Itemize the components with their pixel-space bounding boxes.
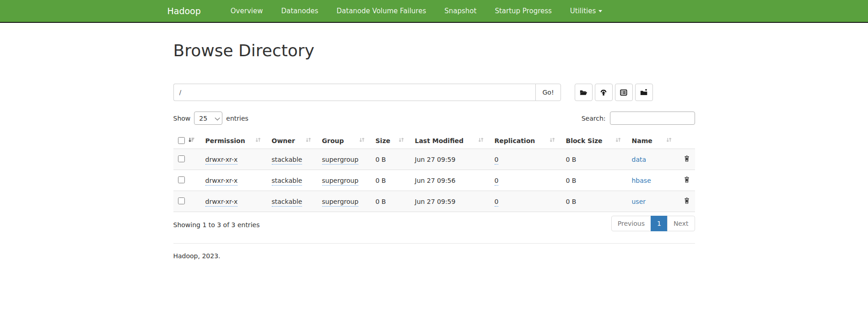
sort-icon: [255, 137, 261, 144]
pagination-next[interactable]: Next: [668, 216, 695, 231]
size-cell: 0 B: [376, 156, 386, 163]
dir-name-link[interactable]: user: [632, 198, 646, 205]
table-footer: Showing 1 to 3 of 3 entries Previous 1 N…: [173, 216, 695, 231]
block-size-cell: 0 B: [566, 177, 577, 184]
col-name[interactable]: Name: [625, 133, 676, 149]
nav-utilities-dropdown[interactable]: Utilities: [561, 0, 611, 22]
trash-icon: [684, 157, 690, 164]
page-size-select-wrap: 25: [194, 112, 222, 125]
navbar-brand[interactable]: Hadoop: [167, 0, 202, 22]
col-replication[interactable]: Replication: [488, 133, 559, 149]
folder-open-button[interactable]: [575, 84, 593, 101]
table-row: drwxr-xr-x stackable supergroup 0 B Jun …: [173, 191, 695, 212]
nav-datanode-volume-failures[interactable]: Datanode Volume Failures: [328, 0, 436, 22]
pagination: Previous 1 Next: [611, 216, 695, 231]
navbar: Hadoop Overview Datanodes Datanode Volum…: [0, 0, 868, 23]
show-label: Show: [173, 115, 191, 122]
table-search-control: Search:: [582, 112, 695, 125]
nav-overview[interactable]: Overview: [221, 0, 272, 22]
search-label: Search:: [582, 115, 606, 122]
dir-name-link[interactable]: data: [632, 156, 647, 163]
footer-divider: [173, 243, 695, 244]
col-replication-label: Replication: [495, 137, 535, 144]
col-size[interactable]: Size: [369, 133, 408, 149]
entries-label: entries: [226, 115, 248, 122]
col-owner-label: Owner: [272, 137, 295, 144]
col-last-modified[interactable]: Last Modified: [408, 133, 488, 149]
page-length-control: Show 25 entries: [173, 112, 248, 125]
group-cell[interactable]: supergroup: [322, 198, 359, 207]
col-permission[interactable]: Permission: [199, 133, 265, 149]
nav-datanodes[interactable]: Datanodes: [272, 0, 327, 22]
delete-button[interactable]: [684, 155, 690, 164]
permission-cell[interactable]: drwxr-xr-x: [205, 156, 238, 165]
col-name-label: Name: [632, 137, 652, 144]
pagination-page-1[interactable]: 1: [651, 216, 668, 231]
last-modified-cell: Jun 27 09:56: [415, 177, 456, 184]
select-all-header[interactable]: [173, 133, 199, 149]
upload-button[interactable]: [595, 84, 613, 101]
directory-table: Permission Owner Group Size Last Modifie…: [173, 133, 695, 212]
sort-icon: [305, 137, 312, 144]
page-title: Browse Directory: [173, 41, 695, 60]
last-modified-cell: Jun 27 09:59: [415, 156, 456, 163]
nav-startup-progress[interactable]: Startup Progress: [485, 0, 561, 22]
trash-icon: [684, 199, 690, 206]
chevron-down-icon: [598, 10, 602, 12]
permission-cell[interactable]: drwxr-xr-x: [205, 177, 238, 186]
sort-icon: [549, 137, 555, 144]
row-checkbox[interactable]: [178, 155, 185, 162]
sort-icon: [666, 137, 672, 144]
sort-icon: [398, 137, 404, 144]
group-cell[interactable]: supergroup: [322, 177, 359, 186]
upload-icon: [600, 89, 607, 96]
row-checkbox[interactable]: [178, 176, 185, 183]
owner-cell[interactable]: stackable: [272, 177, 302, 186]
search-input[interactable]: [610, 112, 695, 125]
col-group-label: Group: [322, 137, 344, 144]
col-group[interactable]: Group: [315, 133, 369, 149]
path-input-group: Go!: [173, 84, 561, 101]
block-size-cell: 0 B: [566, 156, 577, 163]
replication-cell[interactable]: 0: [495, 177, 499, 186]
table-row: drwxr-xr-x stackable supergroup 0 B Jun …: [173, 149, 695, 170]
page-size-select[interactable]: 25: [194, 112, 222, 125]
col-size-label: Size: [376, 137, 391, 144]
dir-name-link[interactable]: hbase: [632, 177, 651, 184]
permission-cell[interactable]: drwxr-xr-x: [205, 198, 238, 207]
sort-icon: [615, 137, 621, 144]
sort-icon: [478, 137, 484, 144]
list-alt-button[interactable]: [615, 84, 633, 101]
replication-cell[interactable]: 0: [495, 198, 499, 207]
footer-text: Hadoop, 2023.: [173, 252, 695, 260]
group-cell[interactable]: supergroup: [322, 156, 359, 165]
nav-utilities-label: Utilities: [570, 7, 596, 15]
owner-cell[interactable]: stackable: [272, 198, 302, 207]
navbar-menu: Overview Datanodes Datanode Volume Failu…: [221, 0, 612, 22]
list-alt-icon: [620, 89, 627, 96]
sort-amount-asc-icon: [188, 137, 195, 144]
row-checkbox[interactable]: [178, 197, 185, 204]
pagination-previous[interactable]: Previous: [611, 216, 651, 231]
delete-button[interactable]: [684, 197, 690, 206]
folder-move-button[interactable]: [635, 84, 653, 101]
go-button[interactable]: Go!: [535, 84, 561, 101]
path-input[interactable]: [173, 84, 536, 101]
entries-info: Showing 1 to 3 of 3 entries: [173, 216, 260, 229]
nav-snapshot[interactable]: Snapshot: [435, 0, 485, 22]
folder-move-icon: [640, 89, 648, 96]
folder-open-icon: [580, 89, 588, 96]
select-all-checkbox[interactable]: [178, 137, 185, 144]
table-row: drwxr-xr-x stackable supergroup 0 B Jun …: [173, 170, 695, 191]
replication-cell[interactable]: 0: [495, 156, 499, 165]
last-modified-cell: Jun 27 09:59: [415, 198, 456, 205]
table-controls: Show 25 entries Search:: [173, 112, 695, 125]
path-bar: Go!: [173, 84, 695, 101]
size-cell: 0 B: [376, 177, 386, 184]
size-cell: 0 B: [376, 198, 386, 205]
col-owner[interactable]: Owner: [265, 133, 315, 149]
delete-button[interactable]: [684, 176, 690, 185]
owner-cell[interactable]: stackable: [272, 156, 302, 165]
col-block-size[interactable]: Block Size: [559, 133, 625, 149]
sort-icon: [359, 137, 365, 144]
